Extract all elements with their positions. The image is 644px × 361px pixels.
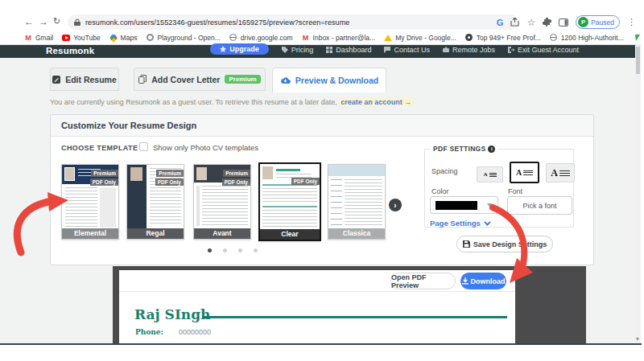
bookmark-item[interactable]: 1200 High-Authorit... <box>550 34 624 42</box>
nav-item-exit-guest[interactable]: Exit Guest Account <box>508 46 579 54</box>
chat-icon <box>384 47 390 53</box>
youtube-icon <box>62 35 70 41</box>
bookmark-item[interactable]: YouTube <box>62 34 100 42</box>
template-thumbnail-avant[interactable]: Premium PDF Only Avant <box>193 164 251 240</box>
panel-title: Customize Your Resume Design <box>61 121 196 130</box>
bookmarks-bar: MGmail YouTube Maps Playground - Open...… <box>0 31 642 45</box>
gmail-icon: M <box>302 34 310 42</box>
carousel-dot[interactable] <box>238 248 242 252</box>
pdf-only-overlay-badge: PDF Only <box>222 178 250 186</box>
bookmark-star-icon[interactable]: ☆ <box>526 18 535 27</box>
template-photo <box>196 167 207 180</box>
scrollbar[interactable] <box>635 45 641 343</box>
scrollbar-down-arrow[interactable] <box>636 338 639 341</box>
nav-item-dashboard[interactable]: Dashboard <box>326 46 371 54</box>
template-name: Regal <box>127 228 184 239</box>
carousel-dot[interactable] <box>254 248 258 252</box>
spacing-small-button[interactable]: A <box>477 166 503 183</box>
lines-icon <box>559 169 570 178</box>
template-name: Elemental <box>62 228 118 239</box>
upgrade-button[interactable]: Upgrade <box>210 43 269 55</box>
color-dropdown[interactable] <box>430 196 498 214</box>
url-bar[interactable]: resumonk.com/users/1552346-guest/resumes… <box>68 14 518 30</box>
pencil-icon <box>52 76 60 84</box>
profile-badge[interactable]: P Paused <box>576 15 620 29</box>
save-design-settings-button[interactable]: Save Design Settings <box>456 236 553 252</box>
download-icon <box>462 277 469 285</box>
bookmark-item[interactable]: MInbox - partner@la... <box>302 34 376 42</box>
gear-icon <box>147 34 154 41</box>
bookmark-item[interactable]: How to add your re... <box>633 34 642 42</box>
color-swatch <box>436 201 477 210</box>
premium-overlay-badge: Premium <box>223 170 250 177</box>
nav-item-remote-jobs[interactable]: Remote Jobs <box>443 46 495 54</box>
maps-pin-icon <box>109 33 118 42</box>
globe-icon <box>550 34 557 41</box>
template-thumbnail-regal[interactable]: Premium PDF Only Regal <box>126 164 184 240</box>
paused-label: Paused <box>591 18 614 27</box>
chevron-down-icon <box>484 219 490 225</box>
info-icon[interactable]: i <box>488 146 495 153</box>
open-pdf-preview-button[interactable]: Open PDF Preview <box>390 273 456 289</box>
menu-dots-icon[interactable]: ⋮ <box>627 17 635 27</box>
premium-overlay-badge: Premium <box>91 170 118 177</box>
carousel-next-button[interactable]: › <box>389 199 402 211</box>
spacing-large-button[interactable]: A <box>546 163 575 183</box>
customize-design-panel: Customize Your Resume Design CHOOSE TEMP… <box>50 114 594 265</box>
template-name: Avant <box>194 228 250 239</box>
bookmark-item[interactable]: drive.google.com <box>229 34 293 42</box>
forward-icon[interactable]: → <box>39 17 48 27</box>
font-label: Font <box>508 187 522 195</box>
template-thumbnail-elemental[interactable]: Premium PDF Only Elemental <box>61 164 119 240</box>
pdf-only-overlay-badge: PDF Only <box>155 178 184 186</box>
download-button[interactable]: Download <box>460 273 506 289</box>
url-text: resumonk.com/users/1552346-guest/resumes… <box>85 18 349 27</box>
bookmark-item[interactable]: Top 949+ Free Prof... <box>465 34 541 42</box>
spacing-medium-button-selected[interactable]: A <box>510 162 539 183</box>
side-panel-icon[interactable] <box>559 18 568 27</box>
nav-item-contact[interactable]: Contact Us <box>384 46 430 54</box>
tab-preview-download[interactable]: Preview & Download <box>272 68 386 92</box>
tab-add-cover-letter[interactable]: Add Cover Letter Premium <box>134 68 266 91</box>
bookmark-item[interactable]: My Drive - Google... <box>384 34 456 42</box>
bookmark-item[interactable]: Playground - Open... <box>146 34 220 42</box>
scrollbar-thumb[interactable] <box>636 47 640 74</box>
carousel-dot-active[interactable] <box>208 248 212 252</box>
template-thumbnail-clear-selected[interactable]: PDF Only Clear <box>258 162 321 241</box>
pick-font-button[interactable]: Pick a font <box>507 196 572 215</box>
premium-overlay-badge: Premium <box>156 170 184 177</box>
screenshot-root: ← → ↻ resumonk.com/users/1552346-guest/r… <box>0 0 644 361</box>
bookmark-item[interactable]: MGmail <box>24 34 53 42</box>
carousel-dot[interactable] <box>223 248 227 252</box>
brand-logo[interactable]: Resumonk <box>46 46 94 55</box>
spacing-label: Spacing <box>431 167 458 175</box>
site-navbar: Resumonk Upgrade Pricing Dashboard Conta… <box>0 45 635 58</box>
globe-icon <box>229 34 237 41</box>
briefcase-icon <box>443 47 449 53</box>
google-icon[interactable]: G <box>497 18 504 27</box>
extensions-icon[interactable] <box>543 18 551 27</box>
template-photo <box>262 166 273 179</box>
resume-name: Raj SIngh <box>134 306 210 322</box>
phone-label: Phone: <box>135 328 163 336</box>
divider <box>119 291 515 292</box>
site-icon <box>465 34 473 41</box>
photo-cv-checkbox[interactable] <box>139 142 148 151</box>
cloud-download-icon <box>280 76 291 84</box>
back-icon[interactable]: ← <box>24 17 34 27</box>
copy-icon <box>138 75 147 84</box>
share-icon[interactable] <box>510 18 519 27</box>
page-settings-link[interactable]: Page Settings <box>430 219 489 228</box>
create-account-link[interactable]: create an account → <box>339 98 413 106</box>
reload-icon[interactable]: ↻ <box>53 17 60 26</box>
template-thumbnail-classica[interactable]: Classica <box>328 164 386 240</box>
tab-edit-resume[interactable]: Edit Resume <box>50 68 119 91</box>
nav-item-pricing[interactable]: Pricing <box>282 46 314 54</box>
color-label: Color <box>431 187 449 195</box>
choose-template-label: CHOOSE TEMPLATE <box>61 144 138 152</box>
guest-notice: You are currently using Resumonk as a gu… <box>50 98 413 106</box>
star-icon <box>220 46 226 52</box>
save-icon <box>463 240 470 248</box>
bookmark-item[interactable]: Maps <box>109 34 138 42</box>
avatar: P <box>578 17 588 27</box>
